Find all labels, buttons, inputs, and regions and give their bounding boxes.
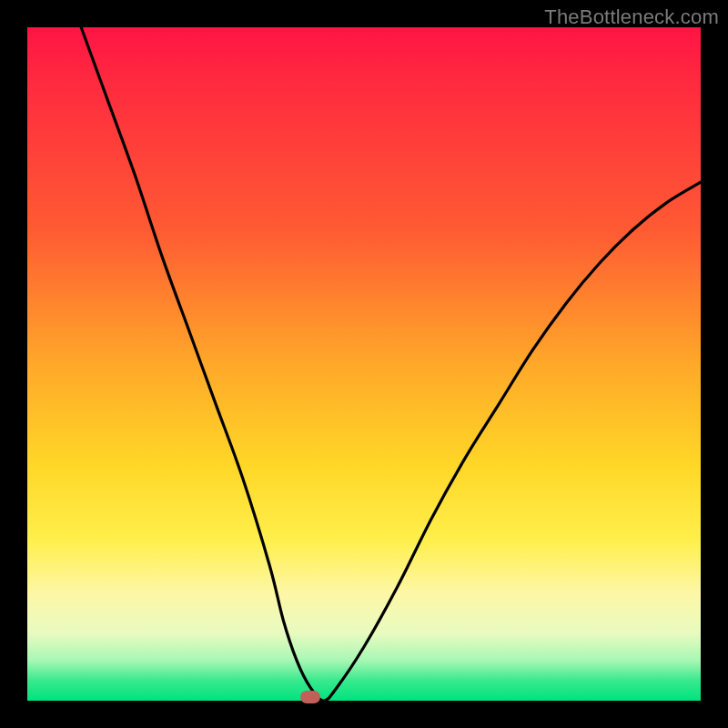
optimum-marker bbox=[300, 691, 320, 703]
chart-frame: TheBottleneck.com bbox=[0, 0, 728, 728]
watermark-text: TheBottleneck.com bbox=[544, 5, 719, 29]
bottleneck-curve bbox=[27, 27, 701, 701]
plot-area bbox=[27, 27, 701, 701]
curve-path bbox=[81, 27, 701, 701]
